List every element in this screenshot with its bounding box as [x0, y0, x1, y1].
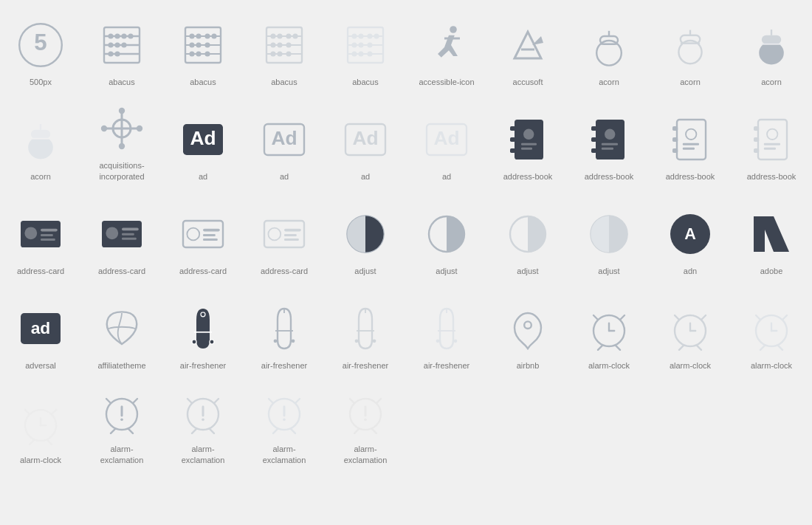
svg-rect-138 — [284, 239, 299, 241]
icon-visual-air-freshener4 — [421, 303, 472, 354]
svg-rect-98 — [596, 120, 625, 159]
icon-label-ad2: ad — [280, 171, 289, 182]
icon-cell-address-card3[interactable]: address-card — [162, 189, 244, 284]
icon-cell-abacus3[interactable]: abacus — [244, 0, 325, 95]
icon-cell-adversal[interactable]: ad adversal — [0, 284, 81, 378]
icon-label-address-card1: address-card — [17, 266, 64, 276]
svg-rect-127 — [122, 233, 134, 236]
icon-visual-ad2: Ad — [258, 114, 310, 165]
icon-visual-adjust2 — [421, 208, 472, 260]
svg-point-48 — [358, 33, 363, 38]
svg-rect-93 — [510, 137, 515, 142]
svg-rect-114 — [754, 137, 759, 142]
icon-cell-ad1[interactable]: Ad ad — [162, 95, 244, 189]
icon-cell-alarm-clock2[interactable]: alarm-clock — [650, 284, 731, 378]
svg-point-56 — [367, 51, 372, 56]
svg-point-37 — [270, 42, 275, 47]
icon-cell-address-book2[interactable]: address-book — [568, 95, 650, 189]
icon-cell-alarm-exclamation3[interactable]: alarm- exclamation — [244, 378, 325, 473]
svg-point-7 — [114, 33, 120, 38]
icon-cell-adjust1[interactable]: adjust — [325, 189, 406, 284]
svg-rect-96 — [521, 143, 537, 145]
icon-cell-adobe[interactable]: adobe — [731, 189, 812, 284]
icon-cell-address-book3[interactable]: address-book — [650, 95, 731, 189]
svg-rect-123 — [41, 239, 55, 241]
icon-cell-abacus1[interactable]: abacus — [81, 0, 162, 95]
icon-cell-alarm-exclamation1[interactable]: alarm- exclamation — [81, 378, 162, 473]
icon-cell-ad2[interactable]: Ad ad — [244, 95, 325, 189]
icon-cell-alarm-clock3[interactable]: alarm-clock — [731, 284, 812, 378]
icon-label-alarm-clock4: alarm-clock — [20, 455, 61, 465]
icon-visual-adjust3 — [502, 208, 554, 260]
svg-rect-133 — [203, 239, 218, 241]
icon-cell-adn[interactable]: A adn — [650, 189, 731, 284]
icon-cell-airbnb[interactable]: airbnb — [487, 284, 568, 378]
icon-cell-acq-inc[interactable]: acquisitions-incorporated — [81, 95, 162, 189]
icon-cell-air-freshener2[interactable]: air-freshener — [244, 284, 325, 378]
icon-visual-airbnb — [502, 303, 554, 354]
svg-text:A: A — [684, 224, 696, 243]
icon-cell-ad4[interactable]: Ad ad — [406, 95, 487, 189]
icon-label-alarm-clock2: alarm-clock — [670, 360, 711, 371]
icon-cell-abacus4[interactable]: abacus — [325, 0, 406, 95]
svg-point-19 — [189, 33, 194, 38]
svg-point-68 — [759, 41, 784, 64]
icon-visual-ad4: Ad — [421, 114, 472, 165]
icon-cell-address-card2[interactable]: address-card — [81, 189, 162, 284]
svg-rect-107 — [672, 137, 678, 142]
icon-cell-alarm-clock1[interactable]: alarm-clock — [568, 284, 650, 378]
icon-cell-address-card4[interactable]: address-card — [244, 189, 325, 284]
icon-cell-acorn4[interactable]: acorn — [0, 95, 81, 189]
svg-point-166 — [524, 321, 531, 329]
icon-cell-alarm-clock4[interactable]: alarm-clock — [0, 378, 81, 473]
svg-point-125 — [106, 227, 118, 239]
icon-cell-address-book4[interactable]: address-book — [731, 95, 812, 189]
svg-point-14 — [114, 51, 120, 56]
icon-label-affiliatetheme: affiliatetheme — [97, 360, 145, 371]
svg-point-79 — [119, 108, 125, 114]
svg-point-53 — [367, 42, 372, 47]
icon-cell-accusoft[interactable]: accusoft — [487, 0, 568, 95]
icon-visual-ad3: Ad — [340, 114, 391, 165]
icon-cell-adjust4[interactable]: adjust — [568, 189, 650, 284]
svg-point-27 — [196, 51, 201, 56]
svg-point-40 — [270, 51, 275, 56]
svg-point-102 — [605, 128, 615, 139]
icon-cell-accessible-icon[interactable]: accessible-icon — [406, 0, 487, 95]
icon-cell-alarm-exclamation4[interactable]: alarm- exclamation — [325, 378, 406, 473]
icon-cell-ad3[interactable]: Ad ad — [325, 95, 406, 189]
icon-visual-acq-inc — [96, 103, 148, 154]
svg-point-22 — [211, 33, 216, 38]
icon-visual-adobe — [746, 208, 797, 260]
icon-cell-adjust3[interactable]: adjust — [487, 189, 568, 284]
svg-rect-106 — [672, 126, 678, 131]
svg-point-163 — [436, 339, 440, 343]
icon-visual-abacus4 — [340, 19, 391, 71]
svg-point-116 — [767, 128, 777, 139]
icon-label-acorn4: acorn — [30, 171, 51, 182]
icon-cell-acorn3[interactable]: acorn — [731, 0, 812, 95]
svg-rect-110 — [683, 143, 699, 145]
icon-visual-address-book3 — [664, 114, 716, 165]
icon-cell-air-freshener1[interactable]: air-freshener — [162, 284, 244, 378]
icon-cell-acorn1[interactable]: acorn — [568, 0, 650, 95]
svg-point-13 — [108, 51, 113, 56]
icon-cell-affiliatetheme[interactable]: affiliatetheme — [81, 284, 162, 378]
icon-cell-air-freshener4[interactable]: air-freshener — [406, 284, 487, 378]
icon-cell-address-card1[interactable]: address-card — [0, 189, 81, 284]
icon-cell-address-book1[interactable]: address-book — [487, 95, 568, 189]
icon-label-abacus2: abacus — [190, 77, 216, 87]
icon-cell-alarm-exclamation2[interactable]: alarm- exclamation — [162, 378, 244, 473]
svg-rect-121 — [41, 229, 58, 232]
svg-rect-73 — [31, 130, 50, 139]
icon-label-address-book2: address-book — [585, 171, 634, 182]
svg-point-190 — [364, 419, 367, 422]
icon-visual-adjust4 — [583, 208, 635, 260]
icon-label-500px: 500px — [30, 77, 52, 87]
icon-cell-abacus2[interactable]: abacus — [162, 0, 244, 95]
icon-cell-air-freshener3[interactable]: air-freshener — [325, 284, 406, 378]
svg-rect-104 — [602, 148, 613, 150]
icon-cell-adjust2[interactable]: adjust — [406, 189, 487, 284]
icon-cell-500px[interactable]: 5 500px — [0, 0, 81, 95]
icon-cell-acorn2[interactable]: acorn — [650, 0, 731, 95]
